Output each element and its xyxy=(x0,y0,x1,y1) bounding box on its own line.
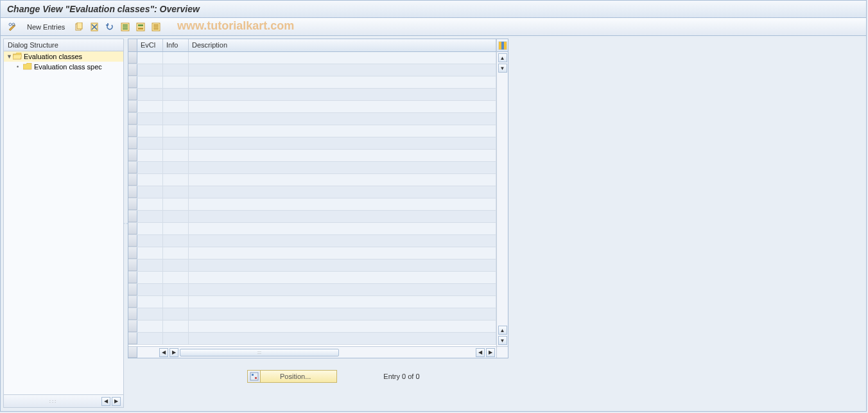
table-config-button[interactable] xyxy=(497,39,508,52)
table-row[interactable] xyxy=(128,272,496,284)
cell-info[interactable] xyxy=(163,101,189,112)
cell-description[interactable] xyxy=(189,125,496,137)
cell-description[interactable] xyxy=(189,321,496,332)
row-selector[interactable] xyxy=(128,284,137,295)
table-row[interactable] xyxy=(128,64,496,76)
cell-description[interactable] xyxy=(189,284,496,295)
table-row[interactable] xyxy=(128,150,496,162)
table-row[interactable] xyxy=(128,223,496,235)
cell-info[interactable] xyxy=(163,64,189,76)
cell-description[interactable] xyxy=(189,137,496,149)
cell-description[interactable] xyxy=(189,52,496,64)
hscroll-step-right-button[interactable]: ▶ xyxy=(169,348,178,357)
column-header-info[interactable]: Info xyxy=(163,39,189,51)
drag-handle[interactable]: ::: xyxy=(6,398,100,404)
row-selector[interactable] xyxy=(128,308,137,320)
table-row[interactable] xyxy=(128,101,496,113)
cell-evcl[interactable] xyxy=(137,52,163,64)
table-row[interactable] xyxy=(128,52,496,64)
column-header-evcl[interactable]: EvCl xyxy=(137,39,163,51)
cell-description[interactable] xyxy=(189,259,496,271)
row-selector[interactable] xyxy=(128,186,137,198)
row-selector[interactable] xyxy=(128,296,137,308)
table-row[interactable] xyxy=(128,137,496,150)
cell-evcl[interactable] xyxy=(137,101,163,112)
cell-evcl[interactable] xyxy=(137,272,163,283)
copy-as-button[interactable] xyxy=(72,21,86,33)
cell-info[interactable] xyxy=(163,272,189,283)
cell-description[interactable] xyxy=(189,113,496,125)
cell-evcl[interactable] xyxy=(137,125,163,137)
row-selector[interactable] xyxy=(128,321,137,332)
cell-evcl[interactable] xyxy=(137,198,163,210)
table-row[interactable] xyxy=(128,211,496,223)
cell-description[interactable] xyxy=(189,211,496,222)
deselect-all-button[interactable] xyxy=(149,21,163,33)
toggle-change-mode-button[interactable] xyxy=(6,21,20,33)
cell-evcl[interactable] xyxy=(137,223,163,234)
row-selector[interactable] xyxy=(128,113,137,125)
cell-description[interactable] xyxy=(189,247,496,259)
row-selector-header[interactable] xyxy=(128,39,137,51)
cell-description[interactable] xyxy=(189,272,496,283)
hscroll-thumb[interactable]: ::: xyxy=(180,349,339,356)
cell-evcl[interactable] xyxy=(137,284,163,295)
row-selector[interactable] xyxy=(128,64,137,76)
position-button[interactable]: Position... xyxy=(247,370,337,383)
row-selector[interactable] xyxy=(128,52,137,64)
cell-info[interactable] xyxy=(163,198,189,210)
row-selector[interactable] xyxy=(128,162,137,173)
cell-description[interactable] xyxy=(189,186,496,198)
table-row[interactable] xyxy=(128,247,496,259)
cell-info[interactable] xyxy=(163,211,189,222)
cell-description[interactable] xyxy=(189,333,496,344)
cell-evcl[interactable] xyxy=(137,64,163,76)
table-row[interactable] xyxy=(128,186,496,198)
row-selector[interactable] xyxy=(128,272,137,283)
table-row[interactable] xyxy=(128,113,496,125)
table-row[interactable] xyxy=(128,333,496,345)
cell-description[interactable] xyxy=(189,308,496,320)
cell-evcl[interactable] xyxy=(137,247,163,259)
row-selector[interactable] xyxy=(128,333,137,344)
table-row[interactable] xyxy=(128,174,496,186)
row-selector[interactable] xyxy=(128,174,137,186)
cell-description[interactable] xyxy=(189,296,496,308)
cell-evcl[interactable] xyxy=(137,186,163,198)
cell-evcl[interactable] xyxy=(137,89,163,100)
cell-description[interactable] xyxy=(189,150,496,161)
cell-info[interactable] xyxy=(163,137,189,149)
table-row[interactable] xyxy=(128,198,496,211)
cell-evcl[interactable] xyxy=(137,211,163,222)
cell-evcl[interactable] xyxy=(137,259,163,271)
cell-info[interactable] xyxy=(163,186,189,198)
cell-info[interactable] xyxy=(163,333,189,344)
cell-evcl[interactable] xyxy=(137,321,163,332)
cell-evcl[interactable] xyxy=(137,174,163,186)
cell-description[interactable] xyxy=(189,162,496,173)
new-entries-button[interactable]: New Entries xyxy=(21,21,71,33)
table-row[interactable] xyxy=(128,321,496,333)
select-block-button[interactable] xyxy=(134,21,148,33)
delete-button[interactable] xyxy=(87,21,101,33)
row-selector[interactable] xyxy=(128,235,137,247)
cell-info[interactable] xyxy=(163,235,189,247)
table-row[interactable] xyxy=(128,235,496,247)
vscroll-step-down-button[interactable]: ▼ xyxy=(498,64,507,73)
tree-item-evaluation-classes[interactable]: ▼ Evaluation classes xyxy=(4,51,123,62)
cell-evcl[interactable] xyxy=(137,296,163,308)
select-all-button[interactable] xyxy=(118,21,132,33)
tree-item-evaluation-class-spec[interactable]: • Evaluation class spec xyxy=(4,62,123,72)
cell-info[interactable] xyxy=(163,52,189,64)
table-row[interactable] xyxy=(128,162,496,174)
row-selector[interactable] xyxy=(128,89,137,100)
cell-description[interactable] xyxy=(189,76,496,88)
cell-evcl[interactable] xyxy=(137,137,163,149)
row-selector[interactable] xyxy=(128,137,137,149)
cell-info[interactable] xyxy=(163,223,189,234)
cell-description[interactable] xyxy=(189,174,496,186)
row-selector[interactable] xyxy=(128,150,137,161)
row-selector[interactable] xyxy=(128,198,137,210)
row-selector[interactable] xyxy=(128,101,137,112)
hscroll-right-button[interactable]: ▶ xyxy=(486,348,495,357)
